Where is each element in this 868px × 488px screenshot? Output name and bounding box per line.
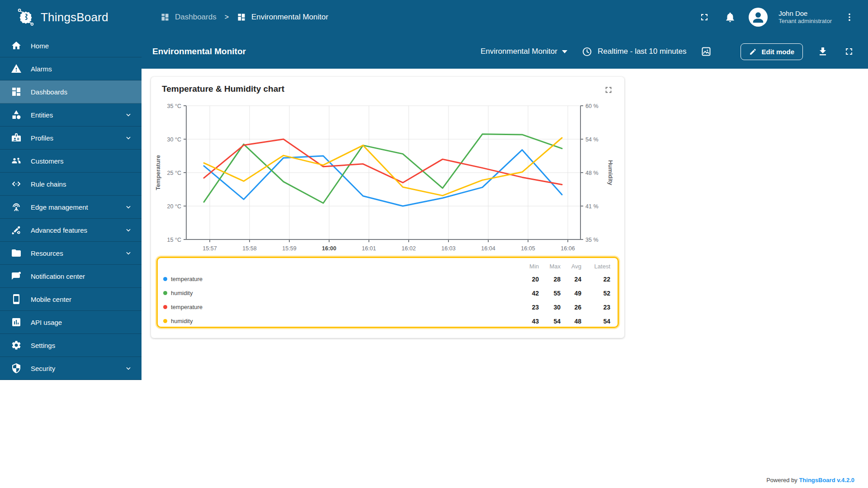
dashboards-grid-icon	[160, 13, 170, 22]
folder-icon	[11, 248, 22, 258]
breadcrumb-dashboards[interactable]: Dashboards	[160, 13, 217, 22]
legend-value: 24	[561, 276, 581, 283]
thingsboard-logo-icon	[15, 7, 36, 28]
chevron-down-icon	[125, 135, 132, 141]
download-button[interactable]	[816, 44, 830, 59]
edit-mode-label: Edit mode	[761, 48, 794, 56]
sidebar-item-mobile-center[interactable]: Mobile center	[0, 288, 142, 311]
series-color-dot	[163, 319, 167, 323]
powered-by: Powered by ThingsBoard v.4.2.0	[766, 477, 854, 483]
sidebar-item-resources[interactable]: Resources	[0, 242, 142, 265]
sidebar-item-advanced-features[interactable]: Advanced features	[0, 219, 142, 242]
dashboard-toolbar: Environmental Monitor Environmental Moni…	[142, 34, 868, 69]
legend-value: 26	[561, 304, 581, 311]
chevron-down-icon	[125, 365, 132, 371]
top-header: ThingsBoard Dashboards > Environmental M…	[0, 0, 868, 34]
legend-value: 23	[516, 304, 539, 311]
legend-value: 28	[539, 276, 561, 283]
sidebar-item-api-usage[interactable]: API usage	[0, 311, 142, 334]
more-menu-button[interactable]	[843, 10, 856, 24]
legend-value: 20	[516, 276, 539, 283]
sidebar-item-profiles[interactable]: Profiles	[0, 127, 142, 150]
antenna-icon	[11, 202, 22, 212]
legend-value: 55	[539, 290, 561, 297]
svg-text:15:58: 15:58	[242, 245, 256, 252]
tools-icon	[11, 225, 22, 235]
svg-text:16:06: 16:06	[561, 245, 575, 252]
legend-highlight-box: Min Max Avg Latest temperature 20 28 24 …	[156, 257, 619, 328]
series-color-dot	[163, 305, 167, 309]
breadcrumb-current[interactable]: Environmental Monitor	[237, 13, 328, 22]
legend-value: 52	[581, 290, 610, 297]
chevron-down-icon	[125, 204, 132, 210]
dashboard-select[interactable]: Environmental Monitor	[481, 47, 567, 56]
edit-mode-button[interactable]: Edit mode	[741, 43, 803, 60]
svg-text:15 °C: 15 °C	[167, 237, 181, 243]
breadcrumb-label: Dashboards	[175, 13, 217, 22]
sidebar-item-settings[interactable]: Settings	[0, 334, 142, 357]
sidebar-item-entities[interactable]: Entities	[0, 103, 142, 127]
fullscreen-icon	[844, 46, 854, 57]
clock-icon	[582, 47, 592, 57]
svg-text:15:59: 15:59	[282, 245, 296, 252]
brand[interactable]: ThingsBoard	[0, 7, 142, 28]
chart-svg: 35 °C60 %30 °C54 %25 °C48 %20 °C41 %15 °…	[151, 97, 623, 254]
svg-text:54 %: 54 %	[585, 136, 599, 143]
download-icon	[817, 46, 828, 57]
pencil-icon	[749, 48, 757, 56]
user-info[interactable]: John Doe Tenant administrator	[778, 9, 832, 25]
sidebar-item-rule-chains[interactable]: Rule chains	[0, 173, 142, 196]
chart-box-icon	[11, 317, 22, 328]
timewindow-value: Realtime - last 10 minutes	[598, 47, 687, 56]
legend-value: 54	[581, 318, 610, 325]
legend-series-temperature-1[interactable]: temperature	[163, 272, 516, 286]
svg-text:60 %: 60 %	[585, 103, 599, 109]
legend-value: 54	[539, 318, 561, 325]
user-role: Tenant administrator	[778, 18, 832, 25]
avatar[interactable]	[749, 8, 768, 27]
dashboards-grid-icon	[11, 86, 22, 97]
version-link[interactable]: ThingsBoard v.4.2.0	[799, 477, 854, 483]
sidebar-item-home[interactable]: Home	[0, 34, 142, 57]
svg-text:Temperature: Temperature	[155, 155, 161, 190]
sidebar-item-dashboards[interactable]: Dashboards	[0, 80, 142, 103]
sidebar: Home Alarms Dashboards Entities Profiles…	[0, 34, 142, 488]
svg-text:41 %: 41 %	[585, 203, 599, 210]
people-icon	[11, 155, 22, 166]
timewindow-button[interactable]: Realtime - last 10 minutes	[582, 47, 687, 57]
dashboards-grid-icon	[237, 13, 246, 22]
image-icon	[701, 46, 712, 57]
caret-down-icon	[562, 50, 567, 53]
legend-header-latest: Latest	[581, 260, 610, 272]
svg-text:16:03: 16:03	[441, 245, 455, 252]
legend-series-temperature-2[interactable]: temperature	[163, 300, 516, 314]
brand-name: ThingsBoard	[41, 10, 108, 24]
profile-badge-icon	[11, 132, 22, 143]
chevron-down-icon	[125, 112, 132, 118]
legend-series-humidity-2[interactable]: humidity	[163, 314, 516, 328]
legend-header-min: Min	[516, 260, 539, 272]
sidebar-item-edge-management[interactable]: Edge management	[0, 196, 142, 219]
dashboard-select-value: Environmental Monitor	[481, 47, 557, 56]
fullscreen-button[interactable]	[842, 44, 856, 59]
sidebar-item-security[interactable]: Security	[0, 357, 142, 380]
sidebar-item-notification-center[interactable]: Notification center	[0, 265, 142, 288]
svg-text:Humidity: Humidity	[607, 160, 614, 185]
breadcrumb-separator: >	[225, 13, 229, 21]
svg-text:16:00: 16:00	[322, 245, 336, 252]
legend-value: 48	[561, 318, 581, 325]
svg-text:16:02: 16:02	[401, 245, 415, 252]
dashboard-image-button[interactable]	[699, 44, 713, 59]
series-color-dot	[163, 277, 167, 281]
widget-fullscreen-button[interactable]	[603, 84, 614, 96]
home-icon	[11, 40, 22, 51]
svg-text:30 °C: 30 °C	[167, 136, 181, 143]
entities-shapes-icon	[11, 109, 22, 120]
notifications-button[interactable]	[722, 9, 738, 25]
fullscreen-button[interactable]	[697, 10, 712, 24]
sidebar-item-alarms[interactable]: Alarms	[0, 57, 142, 80]
sidebar-item-customers[interactable]: Customers	[0, 150, 142, 173]
legend-series-humidity-1[interactable]: humidity	[163, 286, 516, 300]
svg-text:25 °C: 25 °C	[167, 170, 181, 176]
series-color-dot	[163, 291, 167, 295]
